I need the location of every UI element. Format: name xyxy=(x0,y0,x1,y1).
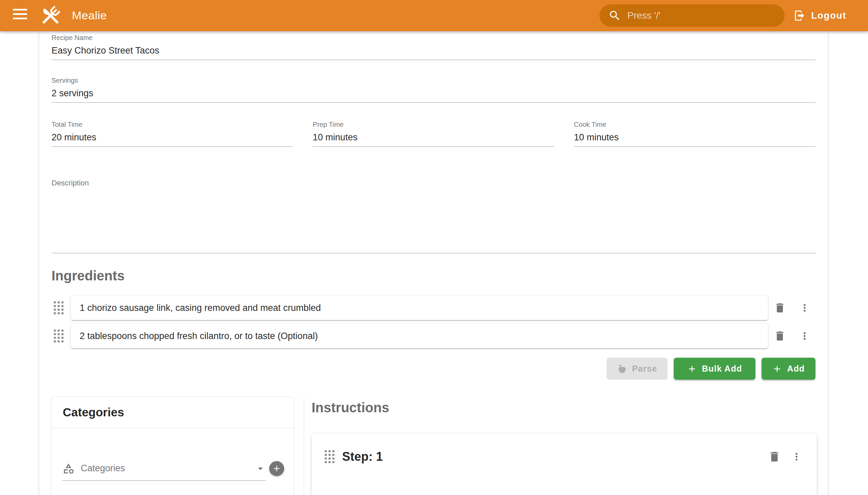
total-time-field[interactable]: Total Time 20 minutes xyxy=(52,120,293,147)
ingredients-heading: Ingredients xyxy=(52,268,125,284)
recipe-name-value[interactable]: Easy Chorizo Street Tacos xyxy=(52,44,815,57)
trash-icon xyxy=(774,302,786,314)
drag-handle-icon[interactable] xyxy=(54,329,64,342)
ingredient-actions: Parse Bulk Add Add xyxy=(607,358,815,380)
cook-time-value[interactable]: 10 minutes xyxy=(574,131,815,144)
search-input[interactable]: Press '/' xyxy=(599,4,785,27)
app-bar: Mealie Press '/' Logout xyxy=(0,0,868,31)
app-title: Mealie xyxy=(72,9,107,22)
logout-icon xyxy=(794,10,806,22)
total-time-value[interactable]: 20 minutes xyxy=(52,131,293,144)
ingredient-menu-button[interactable] xyxy=(798,301,811,314)
dots-vertical-icon xyxy=(791,451,802,462)
description-label: Description xyxy=(52,178,815,188)
categories-card-title: Categories xyxy=(51,397,294,428)
dots-vertical-icon xyxy=(799,302,810,313)
plus-icon xyxy=(687,364,697,374)
prep-time-field[interactable]: Prep Time 10 minutes xyxy=(312,120,554,147)
step-menu-button[interactable] xyxy=(790,450,803,463)
mealie-recipe-editor: Mealie Press '/' Logout Recipe Name Easy… xyxy=(0,0,868,495)
bulk-add-button[interactable]: Bulk Add xyxy=(674,358,755,380)
categories-select[interactable]: Categories xyxy=(62,456,266,481)
step-header: Step: 1 xyxy=(324,448,803,465)
ingredient-input[interactable]: 2 tablespoons chopped fresh cilantro, or… xyxy=(71,324,768,348)
add-category-button[interactable] xyxy=(269,461,284,476)
parse-button[interactable]: Parse xyxy=(607,358,668,380)
description-field[interactable]: Description xyxy=(52,178,815,253)
menu-icon[interactable] xyxy=(13,9,28,22)
servings-label: Servings xyxy=(52,76,815,85)
categories-card: Categories Categories xyxy=(51,396,294,495)
ingredient-menu-button[interactable] xyxy=(798,329,811,343)
step-title: Step: 1 xyxy=(342,449,768,464)
total-time-label: Total Time xyxy=(52,120,293,129)
delete-ingredient-button[interactable] xyxy=(773,329,787,343)
instructions-heading: Instructions xyxy=(311,400,389,415)
mealie-logo-fork-knife-icon xyxy=(39,4,62,28)
trash-icon xyxy=(768,450,781,463)
logout-button[interactable]: Logout xyxy=(794,7,846,24)
logout-label: Logout xyxy=(811,10,846,21)
delete-ingredient-button[interactable] xyxy=(773,301,787,314)
ingredient-text: 1 chorizo sausage link, casing removed a… xyxy=(80,303,321,313)
drag-handle-icon[interactable] xyxy=(324,450,335,463)
chevron-down-icon[interactable] xyxy=(255,463,266,474)
cook-time-field[interactable]: Cook Time 10 minutes xyxy=(574,120,815,147)
plus-icon xyxy=(772,364,782,374)
recipe-name-field[interactable]: Recipe Name Easy Chorizo Street Tacos xyxy=(52,33,815,60)
trash-icon xyxy=(774,330,786,342)
ingredient-input[interactable]: 1 chorizo sausage link, casing removed a… xyxy=(71,296,768,320)
search-placeholder: Press '/' xyxy=(627,10,661,21)
categories-select-label: Categories xyxy=(81,463,255,474)
servings-value[interactable]: 2 servings xyxy=(52,87,815,100)
plus-icon xyxy=(272,464,282,473)
prep-time-value[interactable]: 10 minutes xyxy=(312,131,554,144)
cook-time-label: Cook Time xyxy=(574,120,815,129)
recipe-form-card: Recipe Name Easy Chorizo Street Tacos Se… xyxy=(39,31,828,495)
ingredient-row: 2 tablespoons chopped fresh cilantro, or… xyxy=(52,324,815,348)
servings-field[interactable]: Servings 2 servings xyxy=(52,76,815,103)
drag-handle-icon[interactable] xyxy=(54,302,64,314)
shapes-icon xyxy=(62,462,74,475)
delete-step-button[interactable] xyxy=(768,450,781,463)
prep-time-label: Prep Time xyxy=(312,120,554,129)
apple-icon xyxy=(617,364,627,374)
search-icon xyxy=(608,9,621,22)
ingredient-row: 1 chorizo sausage link, casing removed a… xyxy=(52,296,815,320)
divider xyxy=(51,428,294,428)
ingredient-text: 2 tablespoons chopped fresh cilantro, or… xyxy=(80,331,318,341)
dots-vertical-icon xyxy=(799,330,810,342)
recipe-name-label: Recipe Name xyxy=(52,33,815,42)
add-ingredient-button[interactable]: Add xyxy=(762,358,815,380)
column-divider xyxy=(304,396,304,495)
instruction-step-card: Step: 1 Combine crumbled chorizo and chi… xyxy=(311,433,817,495)
time-fields-row: Total Time 20 minutes Prep Time 10 minut… xyxy=(52,120,815,147)
